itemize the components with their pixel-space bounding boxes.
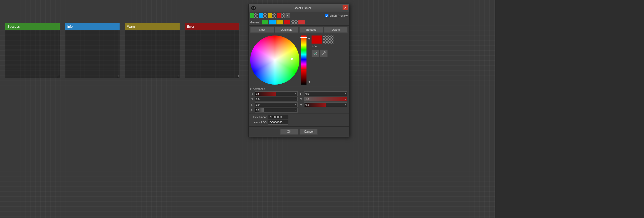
s-track <box>304 97 347 101</box>
dialog-title: Color Picker <box>258 6 347 10</box>
b-slider[interactable]: 0.0 ▼ <box>255 102 298 107</box>
a-label: A <box>251 109 254 112</box>
ok-button[interactable]: OK <box>280 129 298 135</box>
swatch-red[interactable] <box>277 13 285 18</box>
h-label: H <box>300 92 303 95</box>
dialog-footer: OK Cancel <box>249 126 349 137</box>
srgb-checkbox-area[interactable]: sRGB Preview <box>325 14 348 17</box>
svg-rect-6 <box>324 52 325 53</box>
a-arrow-icon: ▼ <box>295 109 297 112</box>
r-value: 0.5 <box>256 92 260 95</box>
advanced-header[interactable]: Advanced <box>250 87 348 90</box>
v-slider-row: V 0.5 ▼ <box>300 102 347 107</box>
new-swatch-color[interactable] <box>312 35 322 44</box>
new-button[interactable]: New <box>250 27 274 33</box>
s-slider-row: S 1.0 ▼ <box>300 97 347 101</box>
new-swatch-area: New <box>312 35 348 48</box>
gen-swatch-check[interactable] <box>291 20 298 24</box>
eyedropper-icon-btn[interactable] <box>312 50 319 57</box>
s-slider[interactable]: 1.0 ▼ <box>304 97 347 101</box>
h-arrow-icon: ▼ <box>344 93 346 95</box>
hue-slider[interactable] <box>301 35 306 69</box>
top-swatches-row: ▼ sRGB Preview <box>249 12 349 19</box>
v-label: V <box>300 103 303 106</box>
svg-point-4 <box>315 53 315 53</box>
hex-srgb-label: Hex sRGB <box>250 121 267 124</box>
swatch-yellow-solid <box>268 13 272 18</box>
a-slider-row: A 0.2 ▼ <box>251 108 298 113</box>
swatch-red-check <box>281 13 285 18</box>
s-label: S <box>300 98 303 101</box>
swatch-yellow[interactable] <box>268 13 276 18</box>
eyedropper-icon <box>313 51 317 55</box>
rename-button[interactable]: Rename <box>299 27 323 33</box>
panel-warn-label: Warn <box>127 25 135 28</box>
color-wheel[interactable] <box>250 35 299 85</box>
hex-linear-row: Hex Linear <box>250 115 348 119</box>
delete-button[interactable]: Delete <box>324 27 348 33</box>
advanced-label: Advanced <box>253 87 265 90</box>
r-slider[interactable]: 0.5 ▼ <box>255 91 298 96</box>
h-slider[interactable]: 0.0 ▼ <box>304 91 347 96</box>
g-slider-row: G 0.0 ▼ <box>251 97 298 101</box>
general-label: General <box>250 21 260 24</box>
swatch-green[interactable] <box>250 13 258 18</box>
gen-swatch-green[interactable] <box>262 20 268 24</box>
swatch-green-solid <box>250 13 254 18</box>
srgb-label: sRGB Preview <box>329 14 348 17</box>
gen-swatch-red[interactable] <box>284 20 290 24</box>
panel-error-label: Error <box>187 25 194 28</box>
color-wheel-container[interactable] <box>250 35 299 85</box>
general-row: General <box>249 19 349 26</box>
gen-swatch-blue[interactable] <box>269 20 276 24</box>
swatch-green-check <box>254 13 258 18</box>
cancel-button[interactable]: Cancel <box>300 129 318 135</box>
gen-swatch-yellow[interactable] <box>276 20 283 24</box>
picker-tool-icon-btn[interactable] <box>320 50 328 57</box>
swatch-blue-check <box>263 13 267 18</box>
hex-srgb-input[interactable] <box>268 120 288 125</box>
arrow-up: ◀ <box>308 37 310 40</box>
b-slider-row: B 0.0 ▼ <box>251 102 298 107</box>
unreal-logo-icon: U <box>251 5 256 11</box>
b-label: B <box>251 103 254 106</box>
b-arrow-icon: ▼ <box>295 104 297 106</box>
value-slider[interactable] <box>301 69 306 85</box>
panel-error: Error <box>185 23 240 78</box>
a-value: 0.2 <box>256 109 260 112</box>
panel-info-label: Info <box>67 25 73 28</box>
new-swatch-transparent[interactable] <box>323 35 333 44</box>
panel-error-header: Error <box>185 23 240 30</box>
sidebar-dark <box>495 0 644 218</box>
close-button[interactable]: ✕ <box>343 5 348 10</box>
r-label: R <box>251 92 254 95</box>
r-arrow-icon: ▼ <box>295 93 297 95</box>
hex-linear-input[interactable] <box>268 115 288 119</box>
swatch-dropdown-button[interactable]: ▼ <box>286 13 290 18</box>
h-value: 0.0 <box>305 92 309 95</box>
swatch-yellow-check <box>272 13 276 18</box>
picker-icon <box>322 51 326 55</box>
g-slider[interactable]: 0.0 ▼ <box>255 97 298 101</box>
v-slider[interactable]: 0.5 ▼ <box>304 102 347 107</box>
duplicate-button[interactable]: Duplicate <box>275 27 299 33</box>
v-arrow-icon: ▼ <box>344 104 346 106</box>
s-value: 1.0 <box>305 98 309 101</box>
swatch-blue[interactable] <box>259 13 267 18</box>
advanced-triangle-icon <box>250 88 252 90</box>
srgb-checkbox-input[interactable] <box>325 14 328 17</box>
h-slider-row: H 0.0 ▼ <box>300 91 347 96</box>
a-slider[interactable]: 0.2 ▼ <box>255 108 298 113</box>
hex-srgb-row: Hex sRGB <box>250 120 348 125</box>
hue-slider-container[interactable] <box>301 35 306 85</box>
hex-linear-label: Hex Linear <box>250 116 267 119</box>
panel-success-label: Success <box>7 25 20 28</box>
hex-section: Hex Linear Hex sRGB <box>249 114 349 126</box>
panel-success-header: Success <box>5 23 60 30</box>
gen-swatch-dark-red[interactable] <box>298 20 305 24</box>
advanced-section: Advanced R 0.5 ▼ H 0.0 ▼ <box>249 86 349 114</box>
panel-info-header: Info <box>65 23 120 30</box>
svg-text:U: U <box>253 6 255 10</box>
panel-success-corner <box>57 75 59 77</box>
s-arrow-icon: ▼ <box>344 98 346 100</box>
